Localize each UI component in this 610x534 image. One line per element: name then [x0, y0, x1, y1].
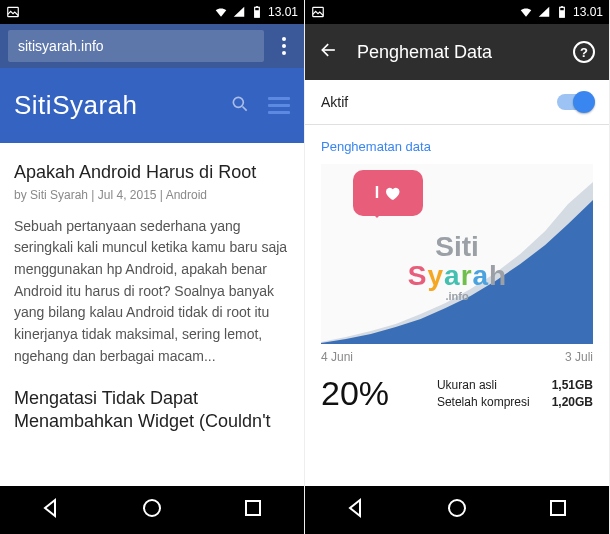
article-meta: by Siti Syarah | Jul 4, 2015 | Android	[14, 188, 290, 202]
nav-bar	[305, 486, 609, 534]
signal-icon	[537, 5, 551, 19]
orig-size-label: Ukuran asli	[437, 378, 530, 392]
back-arrow-icon[interactable]	[319, 40, 339, 64]
section-title: Penghematan data	[305, 135, 609, 164]
toggle-row[interactable]: Aktif	[305, 80, 609, 124]
browser-content: sitisyarah.info SitiSyarah Apakah Androi…	[0, 24, 304, 486]
logo-part-2: Syarah	[52, 90, 137, 120]
comp-size-label: Setelah kompresi	[437, 395, 530, 409]
toggle-switch[interactable]	[557, 94, 593, 110]
recents-button[interactable]	[241, 496, 265, 524]
divider	[305, 124, 609, 125]
date-end: 3 Juli	[565, 350, 593, 364]
picture-icon	[311, 5, 325, 19]
help-icon[interactable]: ?	[573, 41, 595, 63]
settings-content: Penghemat Data ? Aktif Penghematan data …	[305, 24, 609, 486]
status-bar: 13.01	[0, 0, 304, 24]
svg-rect-11	[561, 6, 563, 7]
wifi-icon	[214, 5, 228, 19]
address-bar: sitisyarah.info	[0, 24, 304, 68]
svg-line-5	[243, 106, 247, 110]
phone-left: 13.01 sitisyarah.info SitiSyarah Apakah …	[0, 0, 305, 534]
data-chart: I Siti Syarah .info	[321, 164, 593, 344]
site-header: SitiSyarah	[0, 68, 304, 143]
stats-row: 20% Ukuran asli 1,51GB Setelah kompresi …	[305, 366, 609, 421]
toggle-label: Aktif	[321, 94, 557, 110]
article-title: Mengatasi Tidak Dapat Menambahkan Widget…	[14, 387, 290, 432]
orig-size-value: 1,51GB	[552, 378, 593, 392]
recents-button[interactable]	[546, 496, 570, 524]
site-logo[interactable]: SitiSyarah	[14, 90, 216, 121]
battery-icon	[555, 5, 569, 19]
wifi-icon	[519, 5, 533, 19]
page-title: Penghemat Data	[357, 42, 555, 63]
clock-text: 13.01	[573, 5, 603, 19]
clock-text: 13.01	[268, 5, 298, 19]
article-2[interactable]: Mengatasi Tidak Dapat Menambahkan Widget…	[0, 367, 304, 436]
svg-point-4	[233, 97, 243, 107]
home-button[interactable]	[140, 496, 164, 524]
article-1[interactable]: Apakah Android Harus di Root by Siti Sya…	[0, 143, 304, 367]
phone-right: 13.01 Penghemat Data ? Aktif Penghematan…	[305, 0, 610, 534]
home-button[interactable]	[445, 496, 469, 524]
nav-bar	[0, 486, 304, 534]
article-body: Sebuah pertanyaan sederhana yang seringk…	[14, 216, 290, 368]
logo-part-1: Siti	[14, 90, 52, 120]
status-bar: 13.01	[305, 0, 609, 24]
article-title: Apakah Android Harus di Root	[14, 161, 290, 184]
date-start: 4 Juni	[321, 350, 353, 364]
area-chart-svg	[321, 164, 593, 344]
battery-icon	[250, 5, 264, 19]
svg-rect-2	[255, 10, 260, 17]
svg-rect-7	[246, 501, 260, 515]
date-range: 4 Juni 3 Juli	[305, 344, 609, 366]
search-icon[interactable]	[230, 94, 250, 118]
svg-rect-13	[551, 501, 565, 515]
comp-size-value: 1,20GB	[552, 395, 593, 409]
menu-icon[interactable]	[268, 97, 290, 114]
overflow-menu-icon[interactable]	[272, 33, 296, 59]
app-bar: Penghemat Data ?	[305, 24, 609, 80]
signal-icon	[232, 5, 246, 19]
svg-rect-3	[256, 6, 258, 7]
back-button[interactable]	[344, 496, 368, 524]
svg-rect-10	[560, 10, 565, 17]
back-button[interactable]	[39, 496, 63, 524]
url-field[interactable]: sitisyarah.info	[8, 30, 264, 62]
picture-icon	[6, 5, 20, 19]
savings-percent: 20%	[321, 374, 421, 413]
svg-point-12	[449, 500, 465, 516]
svg-point-6	[144, 500, 160, 516]
